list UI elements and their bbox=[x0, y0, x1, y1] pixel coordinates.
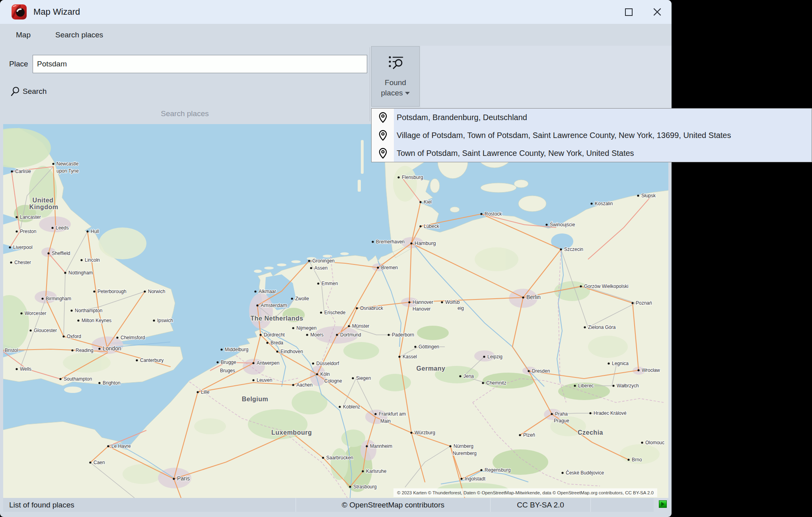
city-label: Birmingham bbox=[46, 296, 71, 301]
city-dot bbox=[561, 472, 563, 474]
city-label: Karlsruhe bbox=[366, 468, 387, 474]
found-place-item[interactable]: Town of Potsdam, Saint Lawrence County, … bbox=[372, 144, 812, 162]
city-label: Legnica bbox=[612, 361, 629, 366]
city-label: Nijmegen bbox=[296, 325, 317, 331]
city-dot bbox=[316, 373, 318, 375]
city-label: Wolfsb bbox=[445, 299, 460, 305]
city-dot bbox=[16, 216, 18, 218]
city-label: Leipzig bbox=[487, 354, 502, 360]
city-dot bbox=[252, 362, 254, 364]
city-dot bbox=[98, 348, 100, 350]
close-icon bbox=[653, 8, 662, 16]
city-label: Brighton bbox=[103, 380, 121, 386]
city-label: Zielona Góra bbox=[588, 325, 616, 330]
city-label: Osnabrück bbox=[360, 305, 384, 311]
city-label: Sheffield bbox=[52, 251, 70, 256]
city-dot bbox=[220, 348, 222, 350]
menu-item-search-places[interactable]: Search places bbox=[47, 27, 112, 43]
city-dot bbox=[408, 301, 410, 303]
status-left: List of found places bbox=[3, 498, 296, 512]
city-dot bbox=[10, 261, 12, 263]
menu-item-map[interactable]: Map bbox=[7, 27, 39, 43]
city-label: Caen bbox=[93, 460, 105, 465]
city-dot bbox=[480, 213, 482, 215]
found-places-button[interactable]: Found places bbox=[371, 46, 420, 107]
city-label: Kiel bbox=[424, 199, 432, 205]
isle-of-wight bbox=[64, 387, 82, 393]
city-dot bbox=[292, 327, 294, 329]
city-dot bbox=[419, 225, 421, 227]
city-dot bbox=[266, 342, 268, 344]
app-window: Map Wizard Map Search places Place bbox=[0, 0, 672, 517]
city-label: Zwolle bbox=[295, 296, 309, 301]
city-label: Peterborough bbox=[97, 289, 127, 294]
found-place-item-label: Village of Potsdam, Town of Potsdam, Sai… bbox=[397, 131, 731, 140]
city-dot bbox=[641, 441, 643, 443]
city-label: Brno bbox=[632, 457, 642, 463]
city-dot bbox=[322, 457, 324, 459]
city-dot bbox=[574, 385, 576, 387]
map-view[interactable]: UnitedKingdomThe NetherlandsBelgiumGerma… bbox=[3, 124, 668, 498]
city-dot bbox=[627, 459, 629, 461]
city-label: Alkmaar bbox=[259, 289, 276, 294]
city-dot bbox=[20, 312, 22, 314]
city-label: Würzburg bbox=[415, 430, 435, 435]
app-icon bbox=[11, 4, 27, 20]
city-dot bbox=[348, 325, 350, 327]
city-dot bbox=[377, 266, 379, 268]
city-label: Olomouc bbox=[645, 440, 664, 445]
city-dot bbox=[259, 334, 261, 336]
found-place-item[interactable]: Potsdam, Brandenburg, Deutschland bbox=[372, 109, 812, 126]
city-dot bbox=[388, 334, 389, 336]
city-dot bbox=[608, 362, 609, 364]
ribbon-group-separator bbox=[370, 47, 370, 121]
city-label: eig bbox=[458, 305, 464, 311]
city-label: Berlin bbox=[526, 294, 541, 300]
city-label: Ingolstadt bbox=[465, 476, 486, 482]
city-dot bbox=[519, 434, 521, 436]
close-button[interactable] bbox=[643, 0, 672, 24]
city-dot bbox=[77, 319, 79, 321]
city-dot bbox=[459, 375, 461, 377]
city-label: Paris bbox=[177, 475, 190, 482]
city-dot bbox=[98, 382, 100, 384]
city-dot bbox=[252, 379, 254, 381]
maximize-button[interactable] bbox=[614, 0, 643, 24]
map-pin-icon bbox=[378, 130, 388, 141]
city-dot bbox=[480, 469, 482, 471]
city-dot bbox=[372, 241, 374, 243]
search-button[interactable]: Search bbox=[8, 85, 49, 98]
city-label: Groningen bbox=[312, 258, 335, 264]
city-dot bbox=[254, 290, 256, 292]
city-dot bbox=[410, 431, 412, 433]
city-label: Gloucester bbox=[34, 328, 57, 333]
city-label: Liberec bbox=[578, 383, 594, 389]
status-osm-attribution: © OpenStreetMap contributors bbox=[296, 498, 490, 512]
city-label: Lübeck bbox=[424, 224, 440, 229]
country-label: United bbox=[33, 197, 54, 204]
city-label: Worcester bbox=[25, 311, 46, 316]
found-place-item-label: Potsdam, Brandenburg, Deutschland bbox=[397, 113, 527, 122]
place-input[interactable] bbox=[33, 55, 367, 73]
city-dot bbox=[317, 282, 319, 284]
city-dot bbox=[89, 461, 91, 463]
city-label: Oxford bbox=[67, 334, 81, 339]
city-dot bbox=[362, 470, 364, 472]
country-label: Belgium bbox=[242, 396, 269, 402]
city-dot bbox=[107, 445, 109, 447]
city-label: Brugge bbox=[221, 360, 236, 365]
city-label: Münster bbox=[352, 323, 369, 329]
map-pin-icon bbox=[378, 148, 388, 159]
city-label: Świnoujście bbox=[550, 222, 575, 227]
city-label: Wrocław bbox=[642, 367, 660, 373]
city-dot bbox=[153, 319, 155, 321]
city-label: Cologne bbox=[324, 378, 342, 384]
country-label: Germany bbox=[417, 365, 446, 372]
city-label: Frankfurt am bbox=[379, 411, 406, 417]
city-label: Regensburg bbox=[485, 467, 510, 473]
found-places-label-line2: places bbox=[381, 88, 403, 98]
city-label: Wałbrzych bbox=[617, 383, 639, 389]
found-places-list-search-icon bbox=[387, 54, 404, 71]
found-place-item[interactable]: Village of Potsdam, Town of Potsdam, Sai… bbox=[372, 126, 812, 144]
city-dot bbox=[419, 201, 421, 203]
